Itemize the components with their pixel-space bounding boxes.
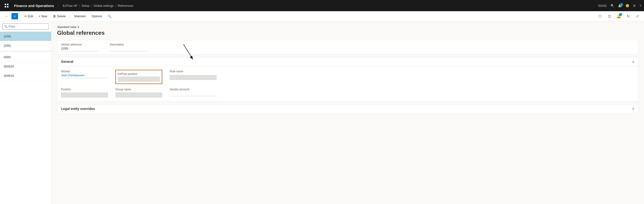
sidebar-filter-container: 🔍	[0, 21, 51, 32]
page-title: Global references	[57, 30, 638, 36]
description-value	[110, 47, 147, 51]
global-ref-field: Global reference (100)	[61, 43, 98, 51]
edit-label: Edit	[28, 14, 33, 18]
search-icon[interactable]: 🔍	[610, 4, 614, 7]
sidebar-item-1[interactable]: (200)	[0, 41, 51, 50]
new-label: + New	[39, 14, 47, 18]
bell-icon[interactable]: 🔔 1	[618, 4, 622, 7]
back-icon: ←	[5, 14, 8, 18]
global-ref-form: Global reference (100) Description	[57, 40, 638, 54]
face-icon[interactable]: 😊	[626, 4, 629, 7]
filter-input[interactable]	[2, 23, 49, 30]
sidebar-item-2[interactable]: 0000	[0, 53, 51, 62]
view-selector[interactable]: Standard view ∨	[57, 25, 638, 29]
content: Standard view ∨ Global references Global…	[52, 21, 644, 204]
breadcrumb: ExFlow AP › Setup › Global settings › Re…	[60, 3, 136, 8]
exflow-position-container: ExFlow position	[116, 70, 162, 84]
role-name-input[interactable]	[170, 75, 216, 80]
vendor-account-label: Vendor account	[170, 88, 216, 91]
fullscreen-icon-btn[interactable]: ⤢	[634, 13, 641, 20]
exflow-position-input[interactable]	[118, 77, 160, 82]
global-ref-row: Global reference (100) Description	[61, 43, 634, 51]
main-layout: 🔍 (100) (200) 0000 000620 000633	[0, 21, 644, 204]
toolbar: ← ≡ ✏ Edit + New 🗑 Delete Maintain Optio…	[0, 11, 644, 21]
refresh-icon-btn[interactable]: ↻	[624, 13, 632, 20]
top-nav-right: SGNS 🔍 🔔 1 😊 ⚙ ?	[598, 4, 641, 7]
options-label: Options	[92, 14, 102, 18]
svg-rect-0	[5, 4, 6, 5]
sidebar-list: (100) (200) 0000 000620 000633	[0, 32, 51, 204]
role-name-field: Role name	[170, 70, 216, 84]
group-name-field: Group name	[116, 88, 162, 98]
general-collapse-btn[interactable]: ∧	[632, 60, 634, 64]
grid-icon[interactable]	[3, 2, 10, 9]
worker-label: Worker	[61, 70, 108, 73]
sidebar-item-3[interactable]: 000620	[0, 62, 51, 71]
vendor-account-field: Vendor account	[170, 88, 216, 98]
delete-icon: 🗑	[53, 14, 56, 18]
menu-button[interactable]: ≡	[12, 13, 18, 19]
vendor-account-value	[170, 92, 216, 96]
toolbar-search-button[interactable]: 🔍	[105, 13, 114, 19]
svg-rect-2	[5, 6, 6, 7]
sidebar-item-label-4: 000633	[4, 74, 14, 78]
filter-icon-btn[interactable]: ⬡	[596, 13, 604, 20]
worker-value[interactable]: Jodi Christiansen	[61, 74, 108, 78]
back-button[interactable]: ←	[3, 13, 10, 19]
group-name-input[interactable]	[116, 93, 162, 98]
sidebar-item-4[interactable]: 000633	[0, 71, 51, 81]
sidebar-divider-1	[0, 51, 51, 52]
sidebar-item-label-2: 0000	[4, 55, 10, 59]
help-icon[interactable]: ?	[640, 4, 641, 7]
filter-wrap: 🔍	[2, 23, 49, 30]
edit-button[interactable]: ✏ Edit	[22, 13, 35, 19]
user-initials: SGNS	[598, 4, 607, 7]
toolbar-right: ⬡ ⊡ 🔔 0 ↻ ⤢	[596, 13, 641, 20]
group-name-label: Group name	[116, 88, 162, 91]
toolbar-search-icon: 🔍	[108, 14, 112, 18]
position-field: Position	[61, 88, 108, 98]
legal-entity-title: Legal entity overrides	[61, 107, 95, 111]
toolbar-badge: 0	[619, 13, 622, 16]
sidebar-item-label-0: (100)	[4, 35, 11, 38]
breadcrumb-sep-1: ›	[91, 3, 92, 8]
new-button[interactable]: + New	[36, 13, 50, 19]
chevron-down-icon: ∨	[77, 25, 80, 29]
maintain-button[interactable]: Maintain	[72, 13, 88, 19]
global-ref-value: (100)	[61, 47, 98, 51]
delete-label: Delete	[57, 14, 66, 18]
edit-icon: ✏	[24, 14, 27, 18]
general-title: General	[61, 60, 73, 64]
legal-entity-header: Legal entity overrides ∨	[57, 104, 638, 113]
toolbar-separator-2	[70, 13, 70, 19]
breadcrumb-item-3[interactable]: References	[118, 4, 133, 7]
top-nav: Finance and Operations ExFlow AP › Setup…	[0, 0, 644, 11]
position-label: Position	[61, 88, 108, 91]
options-button[interactable]: Options	[89, 13, 104, 19]
sidebar-item-label-3: 000620	[4, 65, 14, 68]
worker-field: Worker Jodi Christiansen	[61, 70, 108, 84]
exflow-position-label: ExFlow position	[118, 72, 138, 76]
legal-entity-collapse-btn[interactable]: ∨	[632, 107, 634, 111]
settings-icon[interactable]: ⚙	[633, 4, 636, 7]
delete-button[interactable]: 🗑 Delete	[50, 13, 68, 19]
global-ref-label: Global reference	[61, 43, 98, 46]
description-label: Description	[110, 43, 147, 46]
breadcrumb-item-0[interactable]: ExFlow AP	[63, 4, 78, 7]
sidebar-item-0[interactable]: (100)	[0, 32, 51, 41]
role-name-label: Role name	[170, 70, 216, 73]
sidebar-item-label-1: (200)	[4, 44, 11, 47]
layout-icon-btn[interactable]: ⊡	[606, 13, 613, 20]
description-field: Description	[110, 43, 147, 51]
general-section-header: General ∧	[57, 57, 638, 66]
breadcrumb-sep-0: ›	[79, 3, 80, 8]
position-input[interactable]	[61, 93, 108, 98]
breadcrumb-item-1[interactable]: Setup	[82, 4, 90, 7]
breadcrumb-item-2[interactable]: Global settings	[94, 4, 114, 7]
svg-rect-3	[7, 6, 8, 7]
badge-icon-btn[interactable]: 🔔 0	[615, 13, 622, 20]
app-title: Finance and Operations	[12, 4, 58, 8]
sidebar: 🔍 (100) (200) 0000 000620 000633	[0, 21, 52, 204]
bell-badge: 1	[620, 3, 623, 6]
legal-entity-section: Legal entity overrides ∨	[57, 104, 638, 113]
